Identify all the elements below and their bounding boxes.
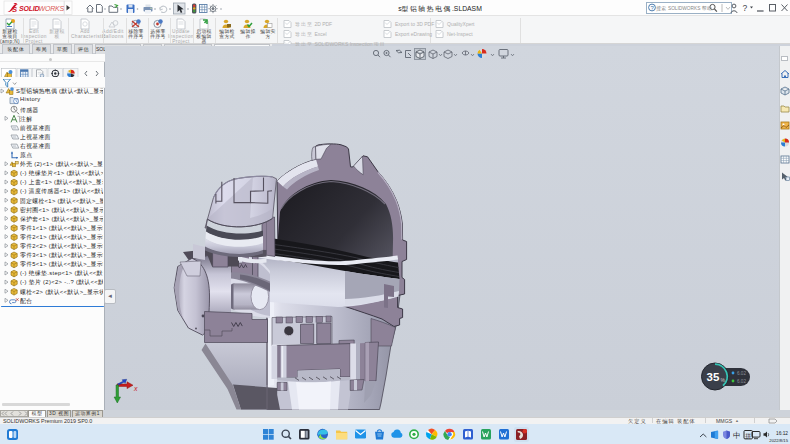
svg-text:?: ?: [743, 3, 748, 13]
svg-text:中: 中: [733, 430, 741, 439]
svg-text:SOLID: SOLID: [19, 5, 40, 12]
svg-text:35: 35: [707, 371, 720, 383]
svg-text:x: x: [133, 385, 138, 392]
svg-text:6.02: 6.02: [737, 371, 746, 376]
svg-text:6.02: 6.02: [737, 379, 746, 384]
svg-text:16:12: 16:12: [776, 431, 788, 436]
svg-text:2022/8/15: 2022/8/15: [769, 437, 788, 442]
svg-text:拼: 拼: [745, 432, 751, 438]
svg-text:%: %: [721, 377, 726, 383]
svg-text:S: S: [12, 5, 17, 14]
svg-text:WORKS: WORKS: [39, 5, 65, 12]
